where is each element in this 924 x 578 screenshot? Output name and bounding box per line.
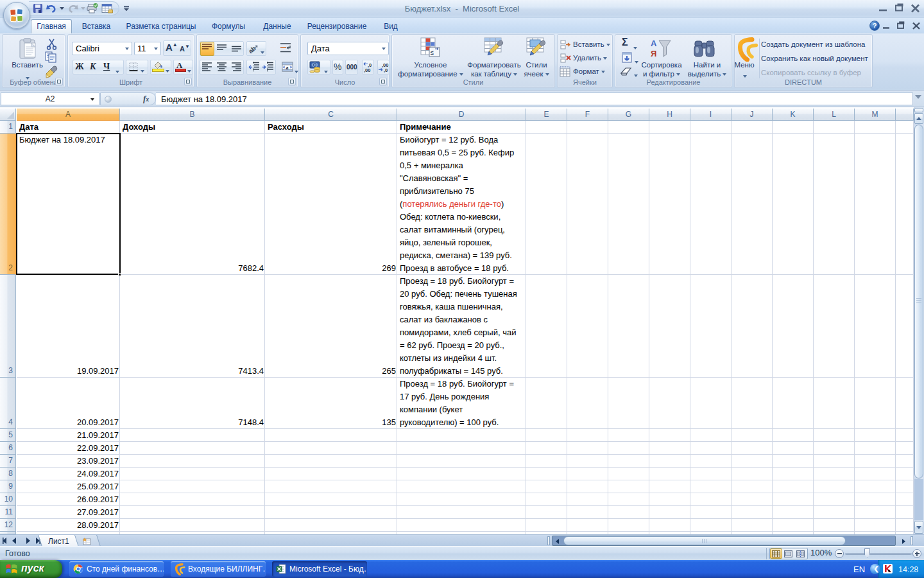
svg-text:≤: ≤: [431, 49, 434, 56]
svg-text:А: А: [651, 39, 657, 48]
svg-text:a: a: [286, 65, 289, 71]
svg-text:Я: Я: [651, 49, 656, 58]
svg-text:,0: ,0: [384, 67, 388, 73]
svg-text:,00: ,00: [364, 67, 370, 73]
